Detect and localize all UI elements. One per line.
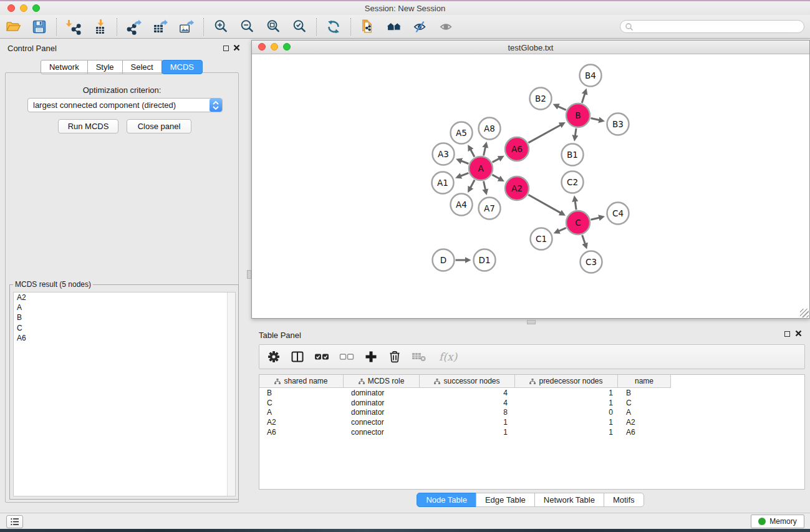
tab-network-table[interactable]: Network Table: [534, 493, 604, 507]
graph-node-B[interactable]: B: [566, 104, 590, 127]
graph-node-A4[interactable]: A4: [451, 194, 473, 216]
show-all-button[interactable]: [438, 19, 455, 35]
graph-node-A1[interactable]: A1: [432, 172, 454, 194]
graph-node-B1[interactable]: B1: [562, 144, 584, 166]
mcds-result-item[interactable]: A2: [14, 293, 235, 302]
task-history-button[interactable]: [6, 515, 23, 528]
table-settings-button[interactable]: [267, 350, 281, 364]
edge-C-C2[interactable]: [575, 201, 576, 210]
column-header-MCDS-role[interactable]: MCDS role: [344, 375, 420, 388]
graph-node-D[interactable]: D: [433, 249, 455, 271]
edge-A6-B[interactable]: [528, 125, 561, 142]
table-row[interactable]: A6connector11A6: [259, 427, 804, 437]
search-input[interactable]: [620, 20, 804, 33]
graph-node-B2[interactable]: B2: [530, 88, 552, 110]
deselect-all-button[interactable]: [339, 350, 354, 364]
edge-A-A6[interactable]: [493, 158, 499, 162]
edge-A-A8[interactable]: [483, 147, 485, 156]
split-divider-handle[interactable]: [527, 320, 536, 324]
column-header-successor-nodes[interactable]: successor nodes: [420, 375, 515, 388]
first-neighbors-button[interactable]: [386, 19, 402, 35]
graph-node-A8[interactable]: A8: [479, 118, 501, 140]
graph-node-C1[interactable]: C1: [531, 228, 552, 250]
graph-node-A[interactable]: A: [469, 157, 493, 180]
graph-node-A5[interactable]: A5: [451, 122, 473, 144]
table-row[interactable]: Adominator80A: [259, 407, 804, 417]
graph-node-A3[interactable]: A3: [433, 143, 455, 165]
tab-edge-table[interactable]: Edge Table: [476, 493, 535, 507]
optimization-criterion-select[interactable]: largest connected component (directed): [27, 98, 223, 112]
mcds-result-list[interactable]: A2ABCA6: [13, 292, 236, 496]
mcds-result-item[interactable]: C: [14, 323, 235, 333]
edge-A-A7[interactable]: [483, 181, 485, 190]
split-divider-handle[interactable]: [247, 270, 251, 279]
open-file-button[interactable]: [5, 19, 21, 35]
create-column-button[interactable]: [364, 350, 378, 364]
copy-network-button[interactable]: [360, 19, 376, 35]
edge-A-A5[interactable]: [471, 150, 475, 157]
graph-node-C3[interactable]: C3: [581, 251, 602, 273]
select-stepper[interactable]: [210, 99, 222, 112]
tab-mcds[interactable]: MCDS: [162, 60, 203, 74]
show-column-button[interactable]: [291, 350, 304, 364]
import-table-button[interactable]: [92, 19, 108, 35]
scrollbar-track[interactable]: [227, 293, 235, 496]
mcds-result-item[interactable]: A: [14, 302, 235, 312]
column-header-shared-name[interactable]: shared name: [259, 375, 344, 388]
graph-node-A7[interactable]: A7: [479, 198, 501, 220]
zoom-selected-button[interactable]: [291, 19, 307, 35]
edge-C-C3[interactable]: [582, 235, 586, 244]
close-panel-icon[interactable]: [795, 330, 802, 337]
edge-C-C1[interactable]: [559, 228, 566, 231]
edge-B-B1[interactable]: [575, 128, 576, 136]
export-image-button[interactable]: [178, 19, 195, 35]
export-table-button[interactable]: [152, 19, 168, 35]
select-all-button[interactable]: [314, 350, 329, 364]
graph-node-D1[interactable]: D1: [474, 249, 496, 271]
network-graph[interactable]: B4B2BB3A8A5A6A3B1AA1C2A2A4A7C4CC1C3DD1: [252, 54, 809, 318]
graph-node-C2[interactable]: C2: [562, 172, 584, 193]
edge-A-A2[interactable]: [492, 175, 499, 178]
edge-A-A3[interactable]: [461, 161, 468, 164]
column-header-name[interactable]: name: [618, 375, 671, 388]
float-panel-icon[interactable]: [784, 331, 790, 337]
hide-selected-button[interactable]: [412, 19, 428, 35]
table-row[interactable]: Bdominator41B: [259, 388, 804, 398]
graph-node-B4[interactable]: B4: [580, 65, 602, 87]
edge-B-B2[interactable]: [558, 107, 566, 110]
edge-A-A4[interactable]: [470, 180, 475, 188]
close-panel-button[interactable]: Close panel: [127, 119, 191, 133]
run-mcds-button[interactable]: Run MCDS: [58, 119, 118, 133]
save-session-button[interactable]: [31, 19, 47, 35]
graph-node-C4[interactable]: C4: [607, 203, 629, 225]
edge-A-A1[interactable]: [461, 173, 469, 176]
zoom-fit-button[interactable]: [265, 19, 281, 35]
close-panel-icon[interactable]: [233, 44, 240, 51]
edge-A2-C[interactable]: [528, 195, 561, 213]
column-header-predecessor-nodes[interactable]: predecessor nodes: [515, 375, 618, 388]
mcds-result-item[interactable]: B: [14, 312, 235, 322]
graph-node-C[interactable]: C: [566, 211, 590, 235]
table-row[interactable]: Cdominator41C: [259, 398, 804, 408]
memory-button[interactable]: Memory: [751, 515, 804, 528]
zoom-out-button[interactable]: [239, 19, 255, 35]
zoom-in-button[interactable]: [213, 19, 229, 35]
graph-node-A6[interactable]: A6: [505, 137, 529, 161]
tab-motifs[interactable]: Motifs: [604, 493, 644, 507]
graph-node-B3[interactable]: B3: [607, 114, 629, 135]
export-network-button[interactable]: [126, 19, 142, 35]
refresh-button[interactable]: [325, 19, 342, 35]
import-network-button[interactable]: [65, 19, 82, 35]
table-row[interactable]: A2connector11A2: [259, 417, 804, 427]
edge-C-C4[interactable]: [591, 218, 599, 220]
window-resize-grip[interactable]: [800, 309, 809, 317]
graph-node-A2[interactable]: A2: [505, 177, 529, 200]
checked-boxes-icon: [314, 350, 329, 364]
float-panel-icon[interactable]: [223, 46, 229, 51]
edge-B-B4[interactable]: [582, 94, 585, 103]
delete-column-button[interactable]: [388, 350, 402, 364]
tab-node-table[interactable]: Node Table: [417, 493, 476, 507]
network-window-titlebar[interactable]: testGlobe.txt: [252, 41, 809, 54]
edge-B-B3[interactable]: [591, 118, 600, 120]
mcds-result-item[interactable]: A6: [14, 333, 235, 343]
